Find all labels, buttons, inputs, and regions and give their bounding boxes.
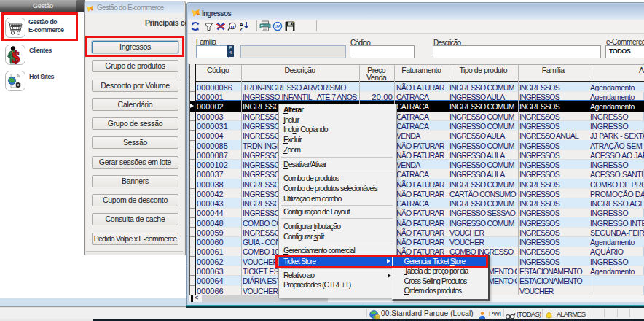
svg-text:Z: Z xyxy=(240,26,243,32)
svg-text:$: $ xyxy=(12,48,20,66)
svg-text:UA: UA xyxy=(275,24,281,28)
svg-text:n: n xyxy=(231,23,235,30)
